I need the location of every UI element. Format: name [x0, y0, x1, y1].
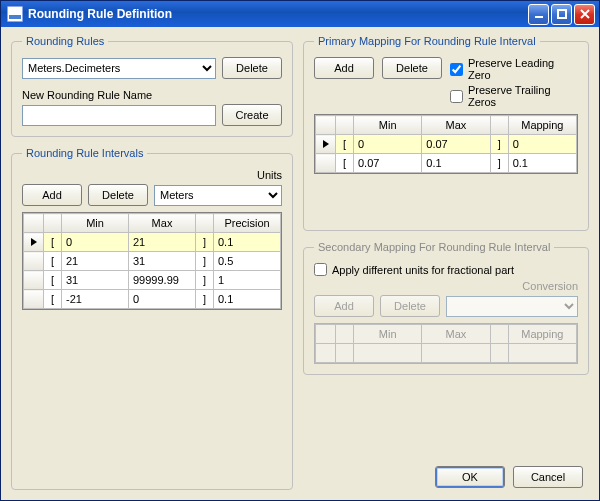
col-mapping[interactable]: Mapping — [508, 116, 576, 135]
col-max[interactable]: Max — [422, 116, 490, 135]
close-button[interactable] — [574, 4, 595, 25]
secondary-mapping-group: Secondary Mapping For Rounding Rule Inte… — [303, 241, 589, 375]
units-select[interactable]: Meters — [154, 185, 282, 206]
secondary-legend: Secondary Mapping For Rounding Rule Inte… — [314, 241, 554, 253]
col-min[interactable]: Min — [62, 214, 129, 233]
col-min: Min — [354, 325, 422, 344]
conversion-select — [446, 296, 578, 317]
secondary-add-button: Add — [314, 295, 374, 317]
rounding-rule-select[interactable]: Meters.Decimeters — [22, 58, 216, 79]
table-row[interactable]: [3199999.99]1 — [24, 271, 281, 290]
units-label: Units — [22, 169, 282, 181]
col-precision[interactable]: Precision — [214, 214, 281, 233]
rounding-rules-group: Rounding Rules Meters.Decimeters Delete … — [11, 35, 293, 137]
svg-rect-0 — [535, 16, 543, 18]
table-row[interactable]: [00.07]0 — [316, 135, 577, 154]
primary-legend: Primary Mapping For Rounding Rule Interv… — [314, 35, 540, 47]
preserve-trailing-checkbox[interactable]: Preserve Trailing Zeros — [450, 84, 578, 108]
new-rule-input[interactable] — [22, 105, 216, 126]
client-area: Rounding Rules Meters.Decimeters Delete … — [1, 27, 599, 500]
rounding-rules-legend: Rounding Rules — [22, 35, 108, 47]
primary-grid[interactable]: Min Max Mapping [00.07]0[0.070.1]0.1 — [314, 114, 578, 174]
app-icon — [7, 6, 23, 22]
primary-mapping-group: Primary Mapping For Rounding Rule Interv… — [303, 35, 589, 231]
intervals-grid[interactable]: Min Max Precision [021]0.1[2131]0.5[3199… — [22, 212, 282, 310]
delete-rule-button[interactable]: Delete — [222, 57, 282, 79]
col-mapping: Mapping — [508, 325, 576, 344]
window-title: Rounding Rule Definition — [28, 7, 528, 21]
table-row — [316, 344, 577, 363]
table-row[interactable]: [0.070.1]0.1 — [316, 154, 577, 173]
cancel-button[interactable]: Cancel — [513, 466, 583, 488]
col-max[interactable]: Max — [129, 214, 196, 233]
apply-fractional-checkbox[interactable]: Apply different units for fractional par… — [314, 263, 578, 276]
create-rule-button[interactable]: Create — [222, 104, 282, 126]
conversion-label: Conversion — [314, 280, 578, 292]
intervals-group: Rounding Rule Intervals Units Add Delete… — [11, 147, 293, 490]
primary-delete-button[interactable]: Delete — [382, 57, 442, 79]
table-row[interactable]: [-210]0.1 — [24, 290, 281, 309]
ok-button[interactable]: OK — [435, 466, 505, 488]
new-rule-label: New Rounding Rule Name — [22, 89, 282, 101]
secondary-delete-button: Delete — [380, 295, 440, 317]
window: Rounding Rule Definition Rounding Rules … — [0, 0, 600, 501]
titlebar[interactable]: Rounding Rule Definition — [1, 1, 599, 27]
add-interval-button[interactable]: Add — [22, 184, 82, 206]
minimize-button[interactable] — [528, 4, 549, 25]
intervals-legend: Rounding Rule Intervals — [22, 147, 147, 159]
delete-interval-button[interactable]: Delete — [88, 184, 148, 206]
col-max: Max — [422, 325, 490, 344]
table-row[interactable]: [2131]0.5 — [24, 252, 281, 271]
svg-rect-1 — [558, 10, 566, 18]
preserve-leading-checkbox[interactable]: Preserve Leading Zero — [450, 57, 578, 81]
table-row[interactable]: [021]0.1 — [24, 233, 281, 252]
secondary-grid: Min Max Mapping — [314, 323, 578, 364]
col-min[interactable]: Min — [354, 116, 422, 135]
maximize-button[interactable] — [551, 4, 572, 25]
primary-add-button[interactable]: Add — [314, 57, 374, 79]
